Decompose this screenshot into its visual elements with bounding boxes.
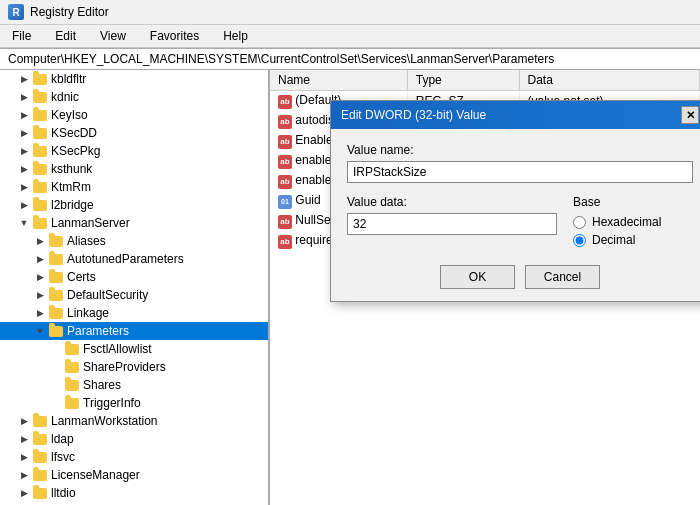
- folder-icon: [48, 269, 64, 285]
- tree-node-label: Shares: [83, 378, 121, 392]
- col-data[interactable]: Data: [519, 70, 699, 91]
- value-name-label: Value name:: [347, 143, 693, 157]
- expand-button[interactable]: ▶: [32, 305, 48, 321]
- expand-button[interactable]: ▶: [16, 197, 32, 213]
- dialog-body: Value name: Value data: Base Hexadecimal: [331, 129, 700, 301]
- expand-button[interactable]: ▶: [32, 251, 48, 267]
- folder-icon: [32, 449, 48, 465]
- app-title: Registry Editor: [30, 5, 109, 19]
- tree-node-label: Certs: [67, 270, 96, 284]
- expand-button[interactable]: ▼: [16, 215, 32, 231]
- tree-panel[interactable]: ▶kbldfltr▶kdnic▶KeyIso▶KSecDD▶KSecPkg▶ks…: [0, 70, 270, 505]
- folder-icon: [64, 341, 80, 357]
- expand-button[interactable]: ▶: [16, 467, 32, 483]
- tree-node-TriggerInfo[interactable]: TriggerInfo: [0, 394, 268, 412]
- dialog-buttons: OK Cancel: [347, 265, 693, 289]
- tree-node-label: TriggerInfo: [83, 396, 141, 410]
- expand-button[interactable]: [48, 377, 64, 393]
- hexadecimal-label[interactable]: Hexadecimal: [592, 215, 661, 229]
- expand-button[interactable]: [48, 359, 64, 375]
- expand-button[interactable]: ▶: [16, 485, 32, 501]
- dialog-close-button[interactable]: ✕: [681, 106, 699, 124]
- tree-node-label: kbldfltr: [51, 72, 86, 86]
- tree-node-LanmanWorkstation[interactable]: ▶LanmanWorkstation: [0, 412, 268, 430]
- tree-node-label: LanmanServer: [51, 216, 130, 230]
- tree-node-label: KSecPkg: [51, 144, 100, 158]
- expand-button[interactable]: ▶: [32, 233, 48, 249]
- expand-button[interactable]: ▶: [16, 161, 32, 177]
- tree-node-FsctlAllowlist[interactable]: FsctlAllowlist: [0, 340, 268, 358]
- right-panel[interactable]: Name Type Data ab (Default)REG_SZ(value …: [270, 70, 700, 505]
- tree-node-Certs[interactable]: ▶Certs: [0, 268, 268, 286]
- menu-bar: FileEditViewFavoritesHelp: [0, 25, 700, 48]
- tree-node-KeyIso[interactable]: ▶KeyIso: [0, 106, 268, 124]
- tree-node-label: lfsvc: [51, 450, 75, 464]
- expand-button[interactable]: ▶: [16, 143, 32, 159]
- reg-icon: ab: [278, 95, 292, 109]
- tree-node-ShareProviders[interactable]: ShareProviders: [0, 358, 268, 376]
- dialog-title: Edit DWORD (32-bit) Value: [341, 108, 486, 122]
- menu-item-edit[interactable]: Edit: [51, 27, 80, 45]
- tree-node-DefaultSecurity[interactable]: ▶DefaultSecurity: [0, 286, 268, 304]
- dialog-title-bar: Edit DWORD (32-bit) Value ✕: [331, 101, 700, 129]
- tree-node-kdnic[interactable]: ▶kdnic: [0, 88, 268, 106]
- folder-icon: [32, 107, 48, 123]
- decimal-label[interactable]: Decimal: [592, 233, 635, 247]
- tree-node-AutotunedParameters[interactable]: ▶AutotunedParameters: [0, 250, 268, 268]
- folder-icon: [32, 179, 48, 195]
- col-name[interactable]: Name: [270, 70, 407, 91]
- menu-item-help[interactable]: Help: [219, 27, 252, 45]
- menu-item-file[interactable]: File: [8, 27, 35, 45]
- expand-button[interactable]: ▶: [32, 269, 48, 285]
- tree-node-ldap[interactable]: ▶ldap: [0, 430, 268, 448]
- edit-dword-dialog[interactable]: Edit DWORD (32-bit) Value ✕ Value name: …: [330, 100, 700, 302]
- tree-node-label: kdnic: [51, 90, 79, 104]
- value-name-input[interactable]: [347, 161, 693, 183]
- folder-icon: [32, 485, 48, 501]
- expand-button[interactable]: ▶: [16, 107, 32, 123]
- expand-button[interactable]: ▶: [32, 287, 48, 303]
- tree-node-label: KtmRm: [51, 180, 91, 194]
- app-icon: R: [8, 4, 24, 20]
- tree-node-kbldfltr[interactable]: ▶kbldfltr: [0, 70, 268, 88]
- reg-name-text: Guid: [292, 193, 321, 207]
- expand-button[interactable]: ▶: [16, 179, 32, 195]
- menu-item-favorites[interactable]: Favorites: [146, 27, 203, 45]
- expand-button[interactable]: ▶: [16, 449, 32, 465]
- tree-node-Parameters[interactable]: ▼Parameters: [0, 322, 268, 340]
- tree-node-lltdio[interactable]: ▶lltdio: [0, 484, 268, 502]
- hexadecimal-radio[interactable]: [573, 216, 586, 229]
- expand-button[interactable]: [48, 395, 64, 411]
- folder-icon: [32, 161, 48, 177]
- dialog-overlay: Edit DWORD (32-bit) Value ✕ Value name: …: [270, 70, 700, 505]
- expand-button[interactable]: ▶: [16, 71, 32, 87]
- col-type[interactable]: Type: [407, 70, 519, 91]
- cancel-button[interactable]: Cancel: [525, 265, 600, 289]
- value-data-input[interactable]: [347, 213, 557, 235]
- tree-node-Aliases[interactable]: ▶Aliases: [0, 232, 268, 250]
- ok-button[interactable]: OK: [440, 265, 515, 289]
- tree-node-KSecPkg[interactable]: ▶KSecPkg: [0, 142, 268, 160]
- tree-node-KSecDD[interactable]: ▶KSecDD: [0, 124, 268, 142]
- tree-node-KtmRm[interactable]: ▶KtmRm: [0, 178, 268, 196]
- decimal-radio[interactable]: [573, 234, 586, 247]
- tree-node-ksthunk[interactable]: ▶ksthunk: [0, 160, 268, 178]
- menu-item-view[interactable]: View: [96, 27, 130, 45]
- expand-button[interactable]: ▶: [16, 125, 32, 141]
- expand-button[interactable]: ▼: [32, 323, 48, 339]
- tree-node-l2bridge[interactable]: ▶l2bridge: [0, 196, 268, 214]
- tree-node-Shares[interactable]: Shares: [0, 376, 268, 394]
- folder-icon: [64, 359, 80, 375]
- base-label: Base: [573, 195, 693, 209]
- tree-node-lfsvc[interactable]: ▶lfsvc: [0, 448, 268, 466]
- reg-icon: ab: [278, 235, 292, 249]
- folder-icon: [32, 467, 48, 483]
- expand-button[interactable]: ▶: [16, 431, 32, 447]
- tree-node-label: ldap: [51, 432, 74, 446]
- tree-node-Linkage[interactable]: ▶Linkage: [0, 304, 268, 322]
- expand-button[interactable]: [48, 341, 64, 357]
- expand-button[interactable]: ▶: [16, 413, 32, 429]
- tree-node-LanmanServer[interactable]: ▼LanmanServer: [0, 214, 268, 232]
- expand-button[interactable]: ▶: [16, 89, 32, 105]
- tree-node-LicenseManager[interactable]: ▶LicenseManager: [0, 466, 268, 484]
